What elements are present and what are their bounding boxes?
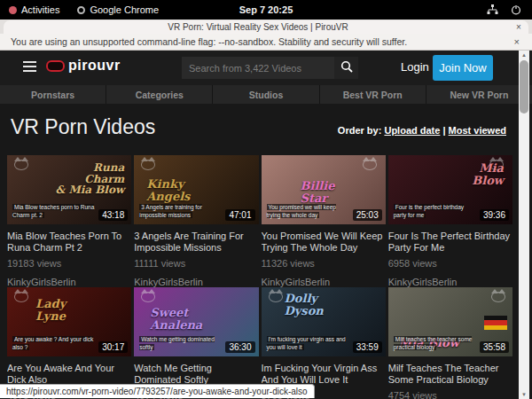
scrollbar-thumb[interactable]	[520, 60, 528, 113]
video-thumbnail[interactable]: Runa Charm & Mia Blow Mia Blow teaches p…	[7, 155, 131, 224]
chrome-icon	[77, 6, 85, 14]
cat-mask-watermark-icon	[14, 160, 28, 170]
nav-item-categories[interactable]: Categories	[106, 85, 213, 104]
video-card[interactable]: Runa Charm & Mia Blow Mia Blow teaches p…	[7, 155, 131, 287]
german-flag-icon	[484, 316, 507, 330]
thumbnail-overlay-title: Mia Blow	[472, 162, 504, 186]
studio-link[interactable]: KinkyGirlsBerlin	[388, 277, 512, 287]
main-nav: Pornstars Categories Studios Best VR Por…	[0, 85, 532, 104]
video-views: 6958 views	[388, 258, 512, 269]
vr-goggles-icon	[46, 60, 65, 72]
nav-item-new-vr[interactable]: New VR Porn	[426, 85, 532, 104]
studio-link[interactable]: KinkyGirlsBerlin	[134, 277, 258, 287]
logo-text: pirouvr	[68, 58, 121, 74]
status-url: https://pirouvr.com/vr-porn-video/779325…	[6, 387, 308, 396]
warning-infobar: You are using an unsupported command-lin…	[0, 34, 532, 51]
power-icon[interactable]	[511, 4, 521, 15]
video-thumbnail[interactable]: Billie Star You promised we will keep tr…	[262, 155, 386, 224]
app-indicator-label: Google Chrome	[90, 4, 159, 15]
video-views: 4754 views	[388, 390, 512, 399]
video-thumbnail[interactable]: Kinky Angels 3 Angels are training for i…	[134, 155, 258, 224]
cat-mask-watermark-icon	[14, 292, 28, 302]
nav-item-studios[interactable]: Studios	[213, 85, 319, 104]
nav-item-best-vr[interactable]: Best VR Porn	[320, 85, 426, 104]
duration-badge: 35:58	[480, 341, 509, 353]
tab-strip: VR Porn: Virtual Reality Sex Videos | Pi…	[0, 20, 532, 34]
join-now-button[interactable]: Join Now	[433, 55, 493, 81]
video-card[interactable]: Lady Lyne Are you awake ? And your dick …	[7, 287, 131, 399]
network-icon[interactable]	[487, 4, 498, 15]
video-title[interactable]: Milf Teaches The Teacher Some Practical …	[388, 363, 512, 386]
video-title[interactable]: Four Is The Perfect Birthday Party For M…	[388, 231, 512, 254]
browser-tab[interactable]: VR Porn: Virtual Reality Sex Videos | Pi…	[4, 20, 528, 34]
video-card[interactable]: Dolly Dyson I'm fucking your virgin ass …	[262, 287, 386, 399]
status-bubble: https://pirouvr.com/vr-porn-video/779325…	[0, 384, 315, 398]
cat-mask-watermark-icon	[141, 292, 155, 302]
thumbnail-caption: Four is the perfect birthday party for m…	[394, 203, 478, 221]
thumbnail-overlay-title: Billie Star	[301, 180, 335, 204]
video-thumbnail[interactable]: Sweet Analena Watch me getting dominated…	[134, 287, 258, 356]
video-card[interactable]: Sweet Analena Watch me getting dominated…	[134, 287, 258, 399]
order-by-controls: Order by: Upload date | Most viewed	[338, 125, 506, 136]
video-title[interactable]: Im Fucking Your Virgin Ass And You Will …	[262, 363, 386, 386]
video-card[interactable]: Mia Blow Four is the perfect birthday pa…	[388, 155, 512, 287]
video-views: 11326 views	[262, 258, 386, 269]
warning-close-icon[interactable]: ×	[502, 36, 532, 47]
distro-icon	[9, 6, 17, 14]
video-title[interactable]: Watch Me Getting Dominated Softly	[134, 363, 258, 386]
heading-row: VR Porn Videos Order by: Upload date | M…	[0, 104, 519, 155]
duration-badge: 47:01	[225, 209, 254, 221]
duration-badge: 25:03	[353, 209, 382, 221]
video-card[interactable]: Kinky Angels 3 Angels are training for i…	[134, 155, 258, 287]
duration-badge: 33:59	[353, 341, 382, 353]
thumbnail-caption: Mia Blow teaches porn to Runa Charm pt. …	[12, 203, 97, 221]
video-title[interactable]: 3 Angels Are Training For Impossible Mis…	[134, 231, 258, 254]
scrollbar-up-arrow-icon[interactable]: ▲	[519, 51, 529, 59]
thumbnail-overlay-title: Lady Lyne	[35, 298, 66, 322]
cat-mask-watermark-icon	[363, 160, 377, 170]
video-title[interactable]: You Promised We Will Keep Trying The Who…	[262, 231, 386, 254]
tab-close-icon[interactable]: ×	[512, 22, 525, 32]
thumbnail-caption: You promised we will keep trying the who…	[267, 203, 351, 221]
order-upload-date-link[interactable]: Upload date	[384, 125, 440, 136]
activities-button[interactable]: Activities	[0, 0, 68, 20]
thumbnail-caption: Are you awake ? And your dick also ?	[12, 335, 97, 353]
vertical-scrollbar[interactable]: ▲ ▼	[519, 51, 529, 399]
site-logo[interactable]: pirouvr	[46, 58, 121, 74]
video-title[interactable]: Mia Blow Teaches Porn To Runa Charm Pt 2	[7, 231, 131, 254]
duration-badge: 43:18	[98, 209, 128, 221]
site-header: pirouvr Login Join Now	[0, 51, 532, 85]
search-input[interactable]	[182, 57, 334, 79]
studio-link[interactable]: KinkyGirlsBerlin	[262, 277, 386, 287]
search-button[interactable]	[334, 57, 358, 79]
nav-item-pornstars[interactable]: Pornstars	[0, 85, 106, 104]
duration-badge: 36:30	[225, 341, 254, 353]
video-thumbnail[interactable]: Dolly Dyson I'm fucking your virgin ass …	[262, 287, 386, 356]
order-most-viewed-link[interactable]: Most viewed	[449, 125, 506, 136]
tab-title: VR Porn: Virtual Reality Sex Videos | Pi…	[4, 22, 512, 32]
search-bar	[182, 57, 358, 79]
search-icon	[340, 60, 353, 75]
thumbnail-overlay-title: Kinky Angels	[146, 178, 190, 202]
login-link[interactable]: Login	[401, 60, 429, 74]
thumbnail-overlay-title: Runa Charm & Mia Blow	[55, 162, 124, 196]
video-card[interactable]: Billie Star You promised we will keep tr…	[262, 155, 386, 287]
app-indicator-chrome[interactable]: Google Chrome	[68, 0, 168, 20]
thumbnail-caption: Watch me getting dominated softly	[139, 335, 223, 353]
video-card[interactable]: Mia Blow Milf teaches the teacher some p…	[388, 287, 512, 399]
page-title: VR Porn Videos	[11, 115, 155, 139]
video-thumbnail[interactable]: Mia Blow Four is the perfect birthday pa…	[388, 155, 512, 224]
thumbnail-caption: Milf teaches the teacher some practical …	[394, 335, 478, 353]
warning-text: You are using an unsupported command-lin…	[0, 36, 502, 47]
video-thumbnail[interactable]: Lady Lyne Are you awake ? And your dick …	[7, 287, 131, 356]
studio-link[interactable]: KinkyGirlsBerlin	[7, 277, 131, 287]
system-top-bar: Activities Google Chrome Sep 7 20:25	[0, 0, 532, 20]
video-title[interactable]: Are You Awake And Your Dick Also	[7, 363, 131, 386]
video-grid: Runa Charm & Mia Blow Mia Blow teaches p…	[7, 155, 512, 399]
thumbnail-caption: I'm fucking your virgin ass and you will…	[267, 335, 351, 353]
video-thumbnail[interactable]: Mia Blow Milf teaches the teacher some p…	[388, 287, 512, 356]
scrollbar-down-arrow-icon[interactable]: ▼	[519, 390, 529, 399]
menu-hamburger-icon[interactable]	[23, 61, 36, 73]
order-by-label: Order by:	[338, 125, 382, 136]
video-views: 11111 views	[134, 258, 258, 269]
